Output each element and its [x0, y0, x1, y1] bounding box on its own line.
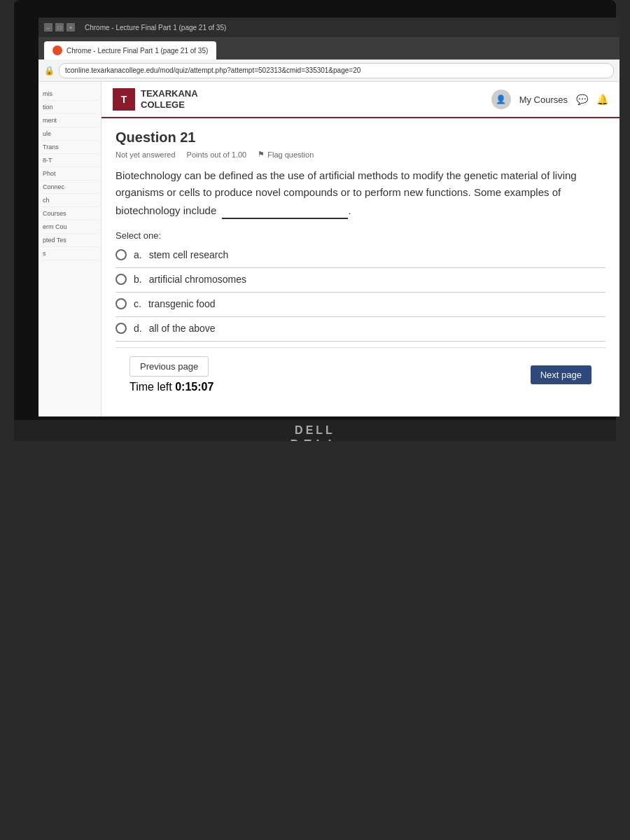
my-courses-label: My Courses — [519, 94, 568, 105]
option-b-text: artificial chromosomes — [149, 274, 246, 285]
radio-c[interactable] — [115, 298, 127, 309]
sidebar-item-ch[interactable]: ch — [41, 194, 98, 207]
select-one-label: Select one: — [115, 230, 606, 241]
time-left-label: Time left — [130, 381, 175, 393]
left-nav: Previous page Time left 0:15:07 — [130, 356, 214, 393]
sidebar-item-pted[interactable]: pted Tes — [41, 234, 98, 247]
option-b-letter: b. — [134, 274, 142, 285]
not-answered-label: Not yet answered — [115, 150, 176, 159]
option-a-text: stem cell research — [149, 249, 229, 260]
flag-icon: ⚑ — [258, 150, 265, 159]
logo-area: T TEXARKANA COLLEGE — [113, 88, 198, 111]
college-name-line1: TEXARKANA — [141, 88, 198, 99]
flag-question-button[interactable]: ⚑ Flag question — [258, 150, 314, 159]
divider-d — [115, 341, 606, 342]
sidebar: mis tion ment ule Trans 8-T Phot Connec … — [38, 82, 102, 416]
window-controls: – □ × — [44, 23, 75, 31]
next-page-button[interactable]: Next page — [531, 365, 592, 384]
college-logo-icon: T — [113, 88, 135, 111]
question-text: Biotechnology can be defined as the use … — [115, 167, 606, 219]
laptop-body: – □ × Chrome - Lecture Final Part 1 (pag… — [0, 0, 630, 840]
sidebar-item-erm[interactable]: erm Cou — [41, 220, 98, 234]
browser-tab[interactable]: Chrome - Lecture Final Part 1 (page 21 o… — [44, 41, 216, 59]
college-name: TEXARKANA COLLEGE — [141, 88, 198, 110]
time-left-container: Time left 0:15:07 — [130, 381, 214, 393]
sidebar-item-mis[interactable]: mis — [41, 88, 98, 101]
site-header: T TEXARKANA COLLEGE 👤 My Course — [102, 82, 620, 118]
option-d-text: all of the above — [149, 323, 216, 334]
radio-b[interactable] — [115, 274, 127, 285]
option-c-text: transgenic food — [148, 298, 216, 309]
maximize-button[interactable]: □ — [55, 23, 64, 31]
bottom-nav: Previous page Time left 0:15:07 Next pag… — [115, 347, 606, 402]
sidebar-item-s[interactable]: s — [41, 247, 98, 260]
divider-a — [115, 267, 606, 268]
question-meta: Not yet answered Points out of 1.00 ⚑ Fl… — [115, 150, 606, 159]
dell-screen-logo: DELL — [295, 424, 335, 437]
divider-b — [115, 292, 606, 293]
sidebar-item-trans[interactable]: Trans — [41, 141, 98, 154]
tab-title: Chrome - Lecture Final Part 1 (page 21 o… — [85, 24, 226, 31]
option-d-letter: d. — [134, 323, 142, 334]
quiz-area: Question 21 Not yet answered Points out … — [102, 118, 620, 416]
main-area: T TEXARKANA COLLEGE 👤 My Course — [102, 82, 620, 416]
screen-bezel: – □ × Chrome - Lecture Final Part 1 (pag… — [14, 0, 616, 434]
logo-letter: T — [121, 94, 127, 105]
time-left-value: 0:15:07 — [175, 381, 214, 393]
sidebar-item-ule[interactable]: ule — [41, 127, 98, 141]
avatar: 👤 — [491, 90, 511, 109]
sidebar-item-phot[interactable]: Phot — [41, 167, 98, 181]
page-body: mis tion ment ule Trans 8-T Phot Connec … — [38, 82, 620, 416]
question-title: Question 21 — [115, 130, 606, 146]
answer-options: a. stem cell research b. artificial chro… — [115, 249, 606, 342]
option-a-letter: a. — [134, 249, 142, 260]
previous-page-button[interactable]: Previous page — [130, 356, 209, 377]
lock-icon: 🔒 — [44, 66, 55, 76]
sidebar-item-8t[interactable]: 8-T — [41, 154, 98, 167]
address-bar[interactable]: tconline.texarkanacollege.edu/mod/quiz/a… — [59, 63, 614, 78]
url-text: tconline.texarkanacollege.edu/mod/quiz/a… — [65, 66, 360, 74]
browser-titlebar: – □ × Chrome - Lecture Final Part 1 (pag… — [38, 18, 620, 37]
sidebar-item-ment[interactable]: ment — [41, 114, 98, 127]
close-button[interactable]: × — [66, 23, 75, 31]
bell-icon[interactable]: 🔔 — [596, 94, 608, 105]
points-label: Points out of 1.00 — [187, 150, 247, 159]
screen: – □ × Chrome - Lecture Final Part 1 (pag… — [38, 18, 620, 416]
chrome-icon — [52, 46, 62, 55]
tab-bar: Chrome - Lecture Final Part 1 (page 21 o… — [38, 37, 620, 59]
flag-label: Flag question — [267, 150, 314, 159]
radio-d[interactable] — [115, 323, 127, 334]
minimize-button[interactable]: – — [44, 23, 52, 31]
address-bar-row: 🔒 tconline.texarkanacollege.edu/mod/quiz… — [38, 59, 620, 82]
college-name-line2: COLLEGE — [141, 99, 198, 111]
sidebar-item-connec[interactable]: Connec — [41, 181, 98, 194]
divider-c — [115, 316, 606, 317]
option-c-letter: c. — [134, 298, 141, 309]
sidebar-item-courses[interactable]: Courses — [41, 207, 98, 220]
header-right: 👤 My Courses 💬 🔔 — [491, 90, 608, 109]
option-a[interactable]: a. stem cell research — [115, 249, 606, 260]
my-courses-link[interactable]: My Courses — [519, 94, 568, 105]
keyboard-base: → C □ ▣ ◦◦ ◦ ✦ 🔊 @2 #3 $4 — [0, 441, 630, 840]
browser-window: – □ × Chrome - Lecture Final Part 1 (pag… — [38, 18, 620, 416]
option-d[interactable]: d. all of the above — [115, 323, 606, 334]
tab-label: Chrome - Lecture Final Part 1 (page 21 o… — [66, 47, 208, 55]
radio-a[interactable] — [115, 249, 127, 260]
answer-blank — [222, 201, 348, 219]
option-b[interactable]: b. artificial chromosomes — [115, 274, 606, 285]
option-c[interactable]: c. transgenic food — [115, 298, 606, 309]
sidebar-item-tion[interactable]: tion — [41, 101, 98, 114]
chat-icon[interactable]: 💬 — [576, 94, 588, 105]
